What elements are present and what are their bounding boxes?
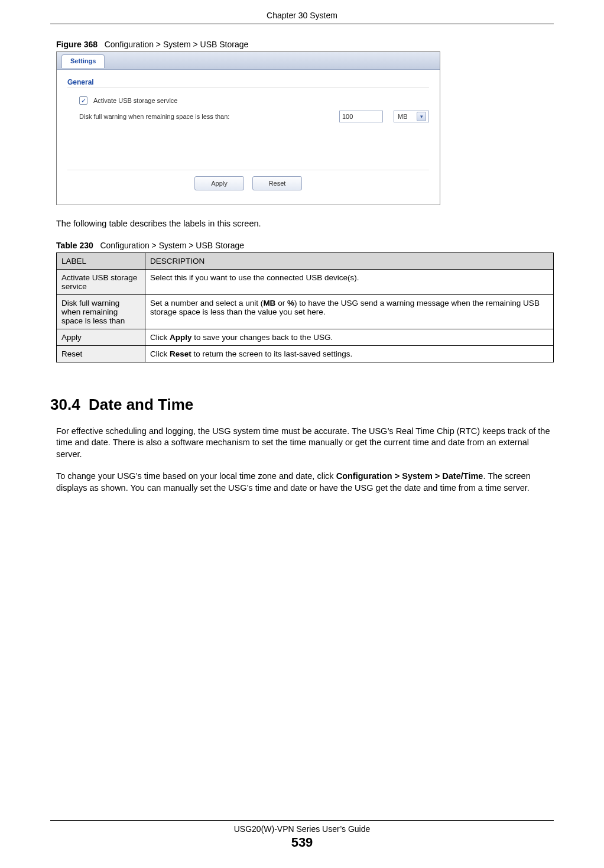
table-title: Configuration > System > USB Storage <box>100 241 244 250</box>
cell-desc: Select this if you want to use the conne… <box>145 269 554 294</box>
activate-checkbox[interactable]: ✓ <box>79 96 87 105</box>
activate-row: ✓ Activate USB storage service <box>79 96 429 105</box>
p2-bold: Configuration > System > Date/Time <box>336 471 483 481</box>
figure-caption: Figure 368 Configuration > System > USB … <box>56 40 554 49</box>
desc-text: to return the screen to its last-saved s… <box>191 349 352 358</box>
footer-rule <box>50 820 554 821</box>
tab-bar: Settings <box>57 52 440 70</box>
reset-button[interactable]: Reset <box>252 176 302 190</box>
diskfull-row: Disk full warning when remaining space i… <box>79 111 429 122</box>
unit-value: MB <box>398 113 408 120</box>
usb-storage-screenshot: Settings General ✓ Activate USB storage … <box>56 51 440 205</box>
desc-bold: Apply <box>170 333 192 342</box>
cell-desc: Click Apply to save your changes back to… <box>145 329 554 345</box>
chevron-down-icon: ▾ <box>417 112 426 121</box>
figure-title: Configuration > System > USB Storage <box>105 40 249 49</box>
table-row: Apply Click Apply to save your changes b… <box>57 329 554 345</box>
th-description: DESCRIPTION <box>145 252 554 269</box>
activate-label: Activate USB storage service <box>93 97 177 104</box>
page-number: 539 <box>0 835 604 850</box>
desc-text: Set a number and select a unit ( <box>150 299 263 307</box>
desc-text: or <box>275 299 287 307</box>
intro-paragraph: The following table describes the labels… <box>56 218 554 230</box>
table-row: Disk full warning when remaining space i… <box>57 294 554 329</box>
desc-text: Select this if you want to use the conne… <box>150 273 359 282</box>
table-row: Reset Click Reset to return the screen t… <box>57 345 554 362</box>
description-table: LABEL DESCRIPTION Activate USB storage s… <box>56 252 554 362</box>
footer-guide: USG20(W)-VPN Series User’s Guide <box>0 824 604 834</box>
button-bar: Apply Reset <box>67 176 429 194</box>
section-heading: 30.4 Date and Time <box>50 396 554 414</box>
tab-settings[interactable]: Settings <box>61 54 105 68</box>
desc-bold: MB <box>263 299 275 307</box>
body-paragraph-1: For effective scheduling and logging, th… <box>56 426 554 461</box>
p2-pre: To change your USG’s time based on your … <box>56 471 336 481</box>
section-number: 30.4 <box>50 396 80 413</box>
desc-text: Click <box>150 333 170 342</box>
table-header-row: LABEL DESCRIPTION <box>57 252 554 269</box>
table-number: Table 230 <box>56 241 93 250</box>
chapter-header: Chapter 30 System <box>50 0 554 24</box>
cell-desc: Click Reset to return the screen to its … <box>145 345 554 362</box>
unit-select[interactable]: MB ▾ <box>394 111 429 122</box>
apply-button[interactable]: Apply <box>194 176 244 190</box>
desc-bold: Reset <box>170 349 191 358</box>
settings-panel: General ✓ Activate USB storage service D… <box>57 70 440 205</box>
button-separator <box>67 170 429 170</box>
table-caption: Table 230 Configuration > System > USB S… <box>56 241 554 250</box>
diskfull-label: Disk full warning when remaining space i… <box>79 113 339 120</box>
header-rule <box>50 24 554 24</box>
desc-bold: % <box>287 299 294 307</box>
th-label: LABEL <box>57 252 145 269</box>
desc-text: to save your changes back to the USG. <box>192 333 333 342</box>
cell-label: Apply <box>57 329 145 345</box>
cell-label: Disk full warning when remaining space i… <box>57 294 145 329</box>
page-footer: USG20(W)-VPN Series User’s Guide 539 <box>0 820 604 850</box>
cell-desc: Set a number and select a unit (MB or %)… <box>145 294 554 329</box>
table-row: Activate USB storage service Select this… <box>57 269 554 294</box>
section-separator <box>67 88 429 88</box>
figure-number: Figure 368 <box>56 40 98 49</box>
desc-text: Click <box>150 349 170 358</box>
section-general-title: General <box>67 78 429 86</box>
cell-label: Reset <box>57 345 145 362</box>
cell-label: Activate USB storage service <box>57 269 145 294</box>
body-paragraph-2: To change your USG’s time based on your … <box>56 471 554 494</box>
section-title: Date and Time <box>89 396 193 413</box>
threshold-input[interactable] <box>339 111 383 122</box>
